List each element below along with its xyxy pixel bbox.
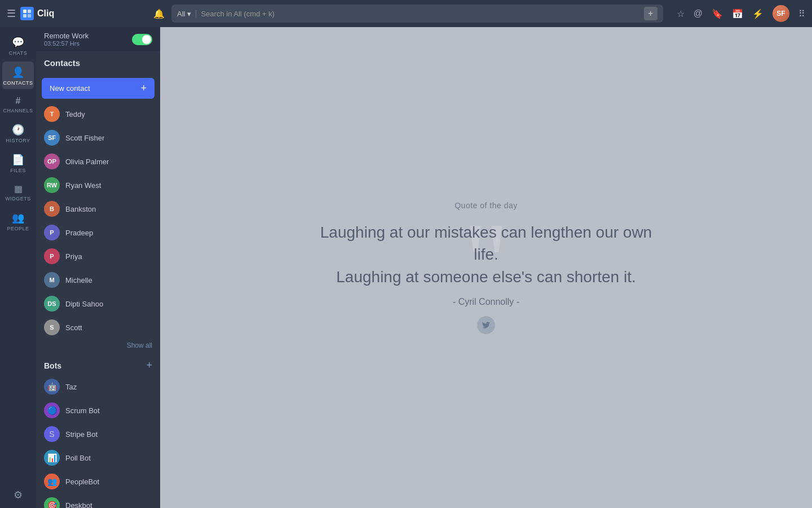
chats-label: CHATS [9,50,27,56]
bot-item[interactable]: 📊 Poll Bot [36,446,160,470]
bot-avatar: 🎯 [44,497,60,508]
remote-work-bar: Remote Work 03:52:57 Hrs [36,27,160,51]
bookmark-icon[interactable]: 🔖 [712,8,723,19]
contact-item[interactable]: RW Ryan West [36,173,160,197]
bot-item[interactable]: 🎯 Deskbot [36,493,160,508]
tweet-button[interactable] [477,316,495,334]
files-icon: 📄 [12,154,24,166]
sidebar: Remote Work 03:52:57 Hrs Contacts New co… [36,27,160,508]
history-label: HISTORY [6,138,30,143]
contact-item[interactable]: DS Dipti Sahoo [36,292,160,316]
contact-avatar: T [44,106,60,122]
files-label: FILES [10,168,26,173]
bot-item[interactable]: 🔵 Scrum Bot [36,398,160,422]
left-nav: 💬 CHATS 👤 CONTACTS # CHANNELS 🕐 HISTORY … [0,27,36,508]
channels-label: CHANNELS [3,108,33,113]
quote-container: Quote of the day Laughing at our mistake… [289,178,683,357]
contact-name: Bankston [65,205,96,213]
nav-bottom: ⚙ [9,489,27,508]
search-filter-label: All [177,10,185,18]
sidebar-item-people[interactable]: 👥 PEOPLE [2,207,34,235]
topbar-left: ☰ Cliq 🔔 [7,7,165,20]
bot-item[interactable]: 🤖 Taz [36,375,160,398]
contact-item[interactable]: SF Scott Fisher [36,126,160,150]
contact-avatar: S [44,319,60,335]
contacts-icon: 👤 [12,66,24,78]
widgets-label: WIDGETS [5,196,31,202]
chats-icon: 💬 [12,36,24,49]
bot-name: Taz [65,383,77,391]
contact-name: Priya [65,252,82,261]
contact-item[interactable]: T Teddy [36,102,160,126]
contact-avatar: DS [44,296,60,312]
topbar: ☰ Cliq 🔔 All ▾ Search in All (cmd + k) +… [0,0,812,27]
calendar-icon[interactable]: 📅 [732,8,743,19]
bots-list: 🤖 Taz 🔵 Scrum Bot S Stripe Bot 📊 Poll Bo… [36,375,160,508]
bot-name: PeopleBot [65,478,99,486]
sidebar-item-history[interactable]: 🕐 HISTORY [2,119,34,147]
sidebar-item-contacts[interactable]: 👤 CONTACTS [2,62,34,89]
quote-label: Quote of the day [311,201,661,210]
svg-rect-2 [23,14,27,17]
new-contact-button[interactable]: New contact + [42,78,155,99]
bot-avatar: S [44,426,60,442]
hamburger-icon[interactable]: ☰ [7,7,16,20]
contact-name: Teddy [65,110,85,119]
sidebar-item-channels[interactable]: # CHANNELS [2,91,34,117]
contacts-title: Contacts [44,58,80,68]
contact-item[interactable]: P Priya [36,244,160,268]
quote-author: - Cyril Connolly - [311,297,661,307]
show-all-button[interactable]: Show all [36,339,160,354]
bell-icon[interactable]: 🔔 [153,8,165,19]
bot-item[interactable]: S Stripe Bot [36,422,160,446]
contact-avatar: RW [44,177,60,193]
bots-add-button[interactable]: + [146,360,152,371]
remote-work-timer: 03:52:57 Hrs [44,40,89,47]
widgets-icon: ▦ [14,183,23,194]
contact-item[interactable]: S Scott [36,316,160,339]
svg-rect-1 [28,10,31,13]
contacts-list: T Teddy SF Scott Fisher OP Olivia Palmer… [36,102,160,339]
grid-icon[interactable]: ⠿ [798,8,805,19]
lightning-icon[interactable]: ⚡ [752,8,764,19]
contact-item[interactable]: M Michelle [36,268,160,292]
contact-item[interactable]: OP Olivia Palmer [36,150,160,173]
show-all-label: Show all [127,341,152,349]
bot-avatar: 📊 [44,450,60,466]
people-icon: 👥 [12,212,24,224]
user-avatar[interactable]: SF [773,5,789,22]
search-placeholder: Search in All (cmd + k) [201,10,639,18]
plus-icon: + [140,82,147,94]
people-label: PEOPLE [7,226,29,231]
contact-name: Olivia Palmer [65,157,109,166]
bots-title: Bots [44,361,61,370]
svg-rect-3 [28,14,31,17]
bot-item[interactable]: 👥 PeopleBot [36,470,160,493]
contacts-header: Contacts [36,51,160,72]
app-name: Cliq [37,8,54,19]
contact-avatar: B [44,201,60,217]
new-contact-label: New contact [50,84,90,93]
search-bar[interactable]: All ▾ Search in All (cmd + k) + [171,5,663,23]
settings-icon[interactable]: ⚙ [9,485,27,505]
remote-work-toggle[interactable] [132,34,152,45]
search-add-button[interactable]: + [644,7,657,20]
sidebar-item-widgets[interactable]: ▦ WIDGETS [2,179,34,205]
bot-avatar: 🤖 [44,379,60,395]
star-icon[interactable]: ☆ [677,8,685,19]
contact-item[interactable]: B Bankston [36,197,160,221]
mention-icon[interactable]: @ [694,8,703,19]
search-filter[interactable]: All ▾ [177,10,196,18]
main-content: " Quote of the day Laughing at our mista… [160,27,812,508]
bot-name: Poll Bot [65,454,91,462]
bots-header: Bots + [36,354,160,375]
topbar-actions: ☆ @ 🔖 📅 ⚡ SF ⠿ [677,5,805,22]
contact-name: Michelle [65,276,92,284]
contact-avatar: SF [44,130,60,146]
sidebar-item-chats[interactable]: 💬 CHATS [2,32,34,59]
quote-text: Laughing at our mistakes can lengthen ou… [311,221,661,288]
contact-avatar: OP [44,154,60,169]
svg-rect-0 [23,10,27,13]
contact-item[interactable]: P Pradeep [36,221,160,244]
sidebar-item-files[interactable]: 📄 FILES [2,149,34,177]
